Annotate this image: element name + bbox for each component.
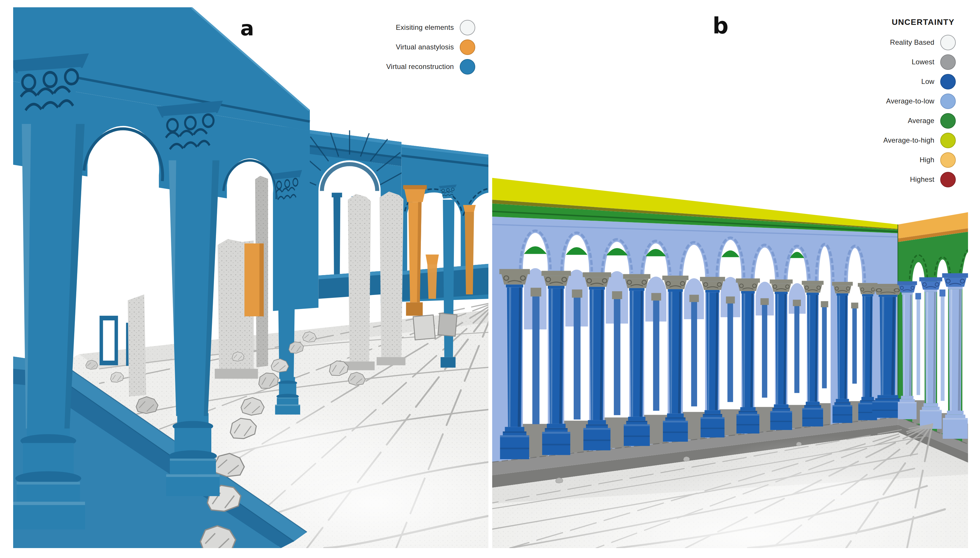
legend-swatch-lowest <box>940 54 956 70</box>
right-wing-columns-b <box>897 273 968 439</box>
legend-swatch-average-to-low <box>940 94 956 109</box>
panel-b-label: b <box>713 15 728 37</box>
panel-b-legend: UNCERTAINTY Reality Based Lowest Low Ave… <box>858 18 956 187</box>
panel-a-legend: Exisiting elements Virtual anastylosis V… <box>380 20 475 74</box>
legend-swatch-highest <box>940 172 956 187</box>
legend-swatch-reconstruction <box>460 59 475 74</box>
panel-a-label: a <box>240 18 254 39</box>
legend-row: Low <box>858 74 956 89</box>
legend-swatch-low <box>940 74 956 89</box>
legend-label: High <box>919 156 934 164</box>
legend-label: Highest <box>910 176 934 184</box>
legend-row: Virtual anastylosis <box>380 39 475 55</box>
legend-label: Average <box>908 117 934 125</box>
legend-row: Average-to-low <box>858 94 956 109</box>
legend-label: Exisiting elements <box>396 23 454 31</box>
legend-swatch-anastylosis <box>460 39 475 55</box>
legend-row: Virtual reconstruction <box>380 59 475 74</box>
legend-row: Average-to-high <box>858 133 956 148</box>
legend-swatch-average-to-high <box>940 133 956 148</box>
legend-row: Highest <box>858 172 956 187</box>
legend-row: Reality Based <box>858 35 956 50</box>
figure: a b Exisiting elements Virtual anastylos… <box>0 0 980 558</box>
legend-label: Average-to-high <box>883 136 934 144</box>
legend-row: Average <box>858 113 956 128</box>
legend-label: Low <box>921 77 934 85</box>
legend-row: Exisiting elements <box>380 20 475 35</box>
legend-label: Virtual anastylosis <box>396 43 454 51</box>
legend-label: Virtual reconstruction <box>386 62 454 71</box>
legend-label: Reality Based <box>890 38 934 46</box>
legend-row: Lowest <box>858 54 956 70</box>
legend-swatch-reality-based <box>940 35 956 50</box>
legend-title: UNCERTAINTY <box>858 18 956 27</box>
legend-swatch-average <box>940 113 956 129</box>
panel-a-render <box>13 7 488 548</box>
legend-row: High <box>858 152 956 167</box>
legend-label: Average-to-low <box>886 97 934 105</box>
anastylosis-pier <box>244 243 264 316</box>
legend-swatch-high <box>940 152 956 168</box>
legend-label: Lowest <box>911 58 934 66</box>
legend-swatch-existing <box>460 20 475 35</box>
